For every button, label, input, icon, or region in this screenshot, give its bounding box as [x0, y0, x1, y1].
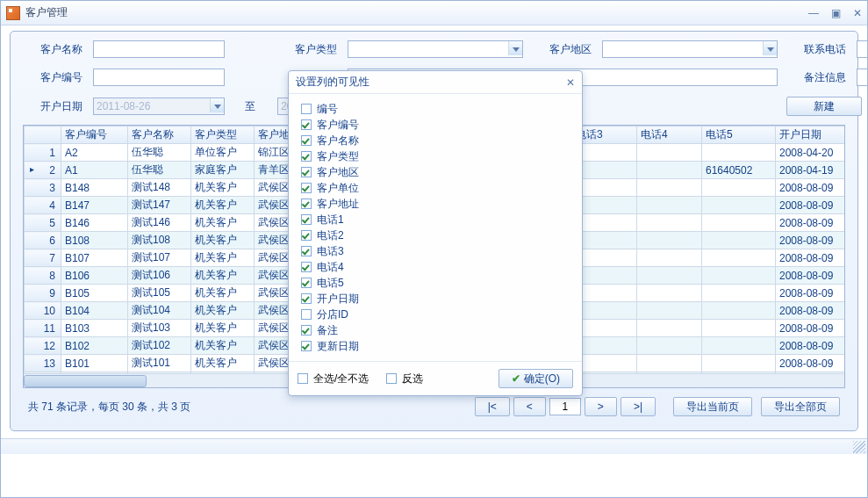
column-check-item[interactable]: 电话4: [301, 259, 570, 275]
cell-type[interactable]: 机关客户: [191, 197, 255, 214]
cell-date[interactable]: 2008-08-09: [776, 267, 846, 285]
column-check-item[interactable]: 编号: [301, 101, 570, 117]
maximize-button[interactable]: ▣: [831, 7, 841, 19]
cell-date[interactable]: 2008-08-09: [776, 285, 846, 302]
invert-checkbox[interactable]: 反选: [386, 372, 423, 386]
input-phone[interactable]: [857, 40, 868, 58]
cell-code[interactable]: A1: [61, 162, 128, 179]
row-header[interactable]: 2: [25, 162, 61, 179]
cell-region[interactable]: 武侯区: [255, 197, 293, 214]
row-header[interactable]: 4: [25, 197, 61, 214]
cell-phone4[interactable]: [637, 302, 702, 320]
column-check-item[interactable]: 电话2: [301, 227, 570, 243]
cell-phone4[interactable]: [637, 267, 702, 285]
cell-type[interactable]: 机关客户: [191, 179, 255, 197]
input-remark[interactable]: [857, 69, 868, 86]
row-header[interactable]: 12: [25, 337, 61, 355]
cell-date[interactable]: 2008-04-19: [776, 162, 846, 179]
cell-type[interactable]: 机关客户: [191, 285, 255, 302]
cell-name[interactable]: 测试147: [128, 197, 191, 214]
cell-type[interactable]: 机关客户: [191, 337, 255, 355]
minimize-button[interactable]: ―: [808, 7, 819, 19]
dialog-close-icon[interactable]: ✕: [566, 76, 575, 89]
cell-code[interactable]: B106: [61, 267, 128, 285]
row-header[interactable]: 3: [25, 179, 61, 197]
combo-type[interactable]: [348, 40, 523, 58]
page-prev[interactable]: <: [513, 397, 546, 416]
cell-type[interactable]: 机关客户: [191, 355, 255, 372]
cell-region[interactable]: 武侯区: [255, 320, 293, 337]
cell-code[interactable]: B148: [61, 179, 128, 197]
col-region[interactable]: 客户地: [255, 126, 293, 144]
cell-phone5[interactable]: [702, 355, 776, 372]
row-header[interactable]: 5: [25, 214, 61, 232]
checkbox-icon[interactable]: [301, 135, 312, 146]
cell-date[interactable]: 2008-08-09: [776, 232, 846, 249]
cell-name[interactable]: 测试148: [128, 179, 191, 197]
cell-region[interactable]: 武侯区: [255, 267, 293, 285]
cell-phone5[interactable]: [702, 179, 776, 197]
checkbox-icon[interactable]: [301, 262, 312, 272]
col-name[interactable]: 客户名称: [128, 126, 191, 144]
column-check-item[interactable]: 电话1: [301, 212, 570, 227]
row-header[interactable]: 11: [25, 320, 61, 337]
cell-phone5[interactable]: [702, 267, 776, 285]
column-check-item[interactable]: 更新日期: [301, 338, 570, 354]
cell-phone5[interactable]: [702, 232, 776, 249]
cell-date[interactable]: 2008-08-09: [776, 179, 846, 197]
cell-type[interactable]: 机关客户: [191, 232, 255, 249]
cell-phone4[interactable]: [637, 320, 702, 337]
checkbox-icon[interactable]: [301, 183, 312, 193]
cell-date[interactable]: 2008-08-09: [776, 249, 846, 267]
column-check-item[interactable]: 客户地区: [301, 164, 570, 180]
cell-region[interactable]: 武侯区: [255, 355, 293, 372]
cell-phone5[interactable]: [702, 197, 776, 214]
row-header[interactable]: 7: [25, 249, 61, 267]
cell-phone5[interactable]: [702, 337, 776, 355]
cell-code[interactable]: B146: [61, 214, 128, 232]
checkbox-icon[interactable]: [301, 151, 312, 162]
page-first[interactable]: |<: [475, 397, 510, 416]
cell-date[interactable]: 2008-08-09: [776, 214, 846, 232]
cell-phone4[interactable]: [637, 355, 702, 372]
col-open-date[interactable]: 开户日期: [776, 126, 846, 144]
column-check-item[interactable]: 开户日期: [301, 291, 570, 307]
cell-type[interactable]: 机关客户: [191, 267, 255, 285]
cell-name[interactable]: 测试106: [128, 267, 191, 285]
cell-type[interactable]: 机关客户: [191, 214, 255, 232]
cell-name[interactable]: 测试107: [128, 249, 191, 267]
cell-date[interactable]: 2008-08-09: [776, 355, 846, 372]
checkbox-icon[interactable]: [301, 167, 312, 177]
row-header[interactable]: 1: [25, 144, 61, 162]
column-check-item[interactable]: 客户类型: [301, 148, 570, 164]
checkbox-icon[interactable]: [301, 246, 312, 256]
checkbox-icon[interactable]: [301, 325, 312, 336]
page-number[interactable]: [549, 398, 581, 415]
checkbox-icon[interactable]: [301, 341, 312, 351]
cell-date[interactable]: 2008-08-09: [776, 197, 846, 214]
column-check-item[interactable]: 分店ID: [301, 307, 570, 322]
checkbox-icon[interactable]: [301, 119, 312, 130]
cell-date[interactable]: 2008-08-09: [776, 320, 846, 337]
cell-phone4[interactable]: [637, 214, 702, 232]
cell-code[interactable]: A2: [61, 144, 128, 162]
column-check-item[interactable]: 客户名称: [301, 133, 570, 148]
select-all-checkbox[interactable]: 全选/全不选: [298, 372, 369, 386]
cell-code[interactable]: B147: [61, 197, 128, 214]
page-last[interactable]: >|: [621, 397, 656, 416]
cell-region[interactable]: 武侯区: [255, 337, 293, 355]
row-header[interactable]: 6: [25, 232, 61, 249]
input-name[interactable]: [93, 40, 225, 58]
cell-date[interactable]: 2008-08-09: [776, 337, 846, 355]
column-check-item[interactable]: 客户编号: [301, 117, 570, 133]
row-header[interactable]: 13: [25, 355, 61, 372]
cell-name[interactable]: 测试108: [128, 232, 191, 249]
cell-code[interactable]: B102: [61, 337, 128, 355]
resize-grip[interactable]: [853, 441, 865, 453]
cell-type[interactable]: 机关客户: [191, 302, 255, 320]
cell-phone4[interactable]: [637, 162, 702, 179]
input-code[interactable]: [93, 69, 225, 86]
checkbox-icon[interactable]: [301, 278, 312, 288]
export-all-button[interactable]: 导出全部页: [761, 397, 840, 416]
cell-phone5[interactable]: [702, 144, 776, 162]
